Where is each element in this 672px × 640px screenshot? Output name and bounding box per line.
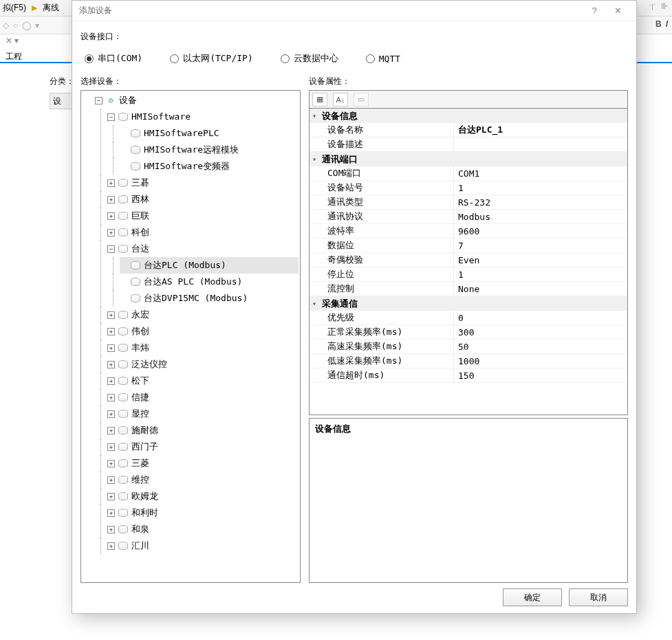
propgrid-row[interactable]: COM端口COM1	[310, 166, 627, 181]
radio-ethernet[interactable]: 以太网(TCP/IP)	[170, 52, 253, 65]
tree-leaf[interactable]: 台达DVP15MC (Modbus)	[120, 290, 299, 307]
tree-node[interactable]: +显控	[107, 406, 299, 422]
tree-toggle-icon[interactable]: +	[107, 443, 115, 451]
propgrid-value[interactable]: 150	[454, 368, 627, 383]
tree-toggle-icon[interactable]: +	[107, 229, 115, 236]
tree-toggle-icon[interactable]: +	[107, 493, 115, 500]
tree-node[interactable]: +科创	[107, 224, 299, 241]
tree-toggle-icon[interactable]: +	[107, 196, 115, 203]
radio-cloud[interactable]: 云数据中心	[281, 52, 338, 65]
tree-toggle-icon[interactable]: +	[107, 311, 115, 319]
tree-node[interactable]: +和泉	[107, 521, 299, 538]
tree-node[interactable]: +三碁	[107, 175, 299, 191]
propgrid-value[interactable]: 1	[454, 181, 627, 195]
tree-node[interactable]: +松下	[107, 373, 299, 389]
tree-node[interactable]: +三菱	[107, 455, 299, 472]
help-button[interactable]: ?	[583, 3, 606, 19]
tree-node[interactable]: +信捷	[107, 389, 299, 406]
propgrid-value[interactable]: 台达PLC_1	[454, 123, 627, 137]
tree-node[interactable]: +巨联	[107, 208, 299, 224]
propgrid-value[interactable]: 1000	[454, 354, 627, 368]
propgrid-row[interactable]: 正常采集频率(ms)300	[310, 325, 627, 340]
tree-toggle-icon[interactable]: +	[107, 526, 115, 533]
propgrid-value[interactable]: 7	[454, 239, 627, 253]
tree-toggle-icon[interactable]: +	[107, 212, 115, 220]
tree-toggle-icon[interactable]: +	[107, 410, 115, 418]
tree-toggle-icon[interactable]: +	[107, 377, 115, 385]
propgrid-value[interactable]: Modbus	[454, 210, 627, 224]
tree-node-taida[interactable]: −台达	[107, 241, 299, 257]
propgrid-value[interactable]: RS-232	[454, 195, 627, 210]
propgrid-row[interactable]: 波特率9600	[310, 224, 627, 239]
propgrid-row[interactable]: 高速采集频率(ms)50	[310, 340, 627, 354]
tree-node[interactable]: +施耐德	[107, 422, 299, 439]
propgrid-value[interactable]: COM1	[454, 166, 627, 181]
tree-toggle-icon[interactable]: −	[107, 113, 115, 121]
device-tree[interactable]: −⚙设备−HMISoftwareHMISoftwarePLCHMISoftwar…	[80, 90, 301, 583]
property-grid[interactable]: ▾设备信息设备名称台达PLC_1设备描述▾通讯端口COM端口COM1设备站号1通…	[309, 108, 628, 415]
propgrid-row[interactable]: 流控制None	[310, 282, 627, 296]
propgrid-value[interactable]	[454, 137, 627, 152]
propgrid-row[interactable]: 数据位7	[310, 239, 627, 253]
tree-node[interactable]: +和利时	[107, 505, 299, 521]
tree-toggle-icon[interactable]: −	[107, 245, 115, 253]
propgrid-row[interactable]: 通信超时(ms)150	[310, 368, 627, 383]
tree-toggle-icon[interactable]: +	[107, 344, 115, 352]
tree-toggle-icon[interactable]: +	[107, 394, 115, 401]
propgrid-value[interactable]: 0	[454, 311, 627, 325]
propgrid-row[interactable]: 设备名称台达PLC_1	[310, 123, 627, 137]
propgrid-category[interactable]: ▾通讯端口	[310, 152, 627, 166]
tree-toggle-icon[interactable]: +	[107, 476, 115, 484]
tree-toggle-icon[interactable]: +	[107, 542, 115, 550]
propgrid-value[interactable]: None	[454, 282, 627, 296]
propgrid-category[interactable]: ▾设备信息	[310, 109, 627, 123]
categorize-button[interactable]: ▦	[312, 93, 327, 107]
tree-leaf[interactable]: HMISoftware变频器	[120, 158, 299, 175]
tree-leaf[interactable]: 台达PLC (Modbus)	[120, 257, 299, 274]
close-button[interactable]: ✕	[606, 3, 629, 19]
ok-button[interactable]: 确定	[503, 588, 562, 606]
propgrid-row[interactable]: 停止位1	[310, 267, 627, 282]
tree-toggle-icon[interactable]: +	[107, 361, 115, 368]
sort-az-button[interactable]: A↓	[333, 93, 348, 107]
propgrid-row[interactable]: 设备站号1	[310, 181, 627, 195]
propgrid-value[interactable]: 300	[454, 325, 627, 340]
propgrid-row[interactable]: 低速采集频率(ms)1000	[310, 354, 627, 368]
tree-toggle-icon[interactable]: +	[107, 328, 115, 335]
propgrid-pages-button[interactable]: ▭	[354, 93, 369, 107]
cancel-button[interactable]: 取消	[569, 588, 628, 606]
propgrid-value[interactable]: 1	[454, 267, 627, 282]
database-icon	[118, 311, 128, 319]
tree-node[interactable]: +西门子	[107, 439, 299, 455]
radio-mqtt[interactable]: MQTT	[366, 54, 400, 64]
tree-node[interactable]: +永宏	[107, 307, 299, 323]
propgrid-row[interactable]: 通讯协议Modbus	[310, 210, 627, 224]
propgrid-row[interactable]: 优先级0	[310, 311, 627, 325]
propgrid-row[interactable]: 通讯类型RS-232	[310, 195, 627, 210]
tree-node[interactable]: +丰炜	[107, 340, 299, 356]
tree-node[interactable]: +伟创	[107, 323, 299, 340]
tree-node[interactable]: +汇川	[107, 538, 299, 554]
tree-node[interactable]: +维控	[107, 472, 299, 488]
tree-toggle-icon[interactable]: +	[107, 460, 115, 467]
propgrid-value[interactable]: Even	[454, 253, 627, 267]
tree-root-node[interactable]: −⚙设备	[95, 92, 299, 109]
propgrid-value[interactable]: 9600	[454, 224, 627, 239]
tree-leaf[interactable]: HMISoftwarePLC	[120, 125, 299, 142]
tree-node[interactable]: +西林	[107, 191, 299, 208]
propgrid-category[interactable]: ▾采集通信	[310, 296, 627, 311]
tree-toggle-icon[interactable]: +	[107, 427, 115, 434]
tree-node[interactable]: +泛达仪控	[107, 356, 299, 373]
propgrid-value[interactable]: 50	[454, 340, 627, 354]
database-icon	[131, 261, 140, 269]
tree-node[interactable]: +欧姆龙	[107, 488, 299, 505]
propgrid-row[interactable]: 设备描述	[310, 137, 627, 152]
tree-leaf[interactable]: HMISoftware远程模块	[120, 142, 299, 158]
tree-toggle-icon[interactable]: +	[107, 179, 115, 187]
tree-node-hmi[interactable]: −HMISoftware	[107, 109, 299, 125]
propgrid-row[interactable]: 奇偶校验Even	[310, 253, 627, 267]
tree-toggle-icon[interactable]: −	[95, 97, 102, 104]
radio-com[interactable]: 串口(COM)	[85, 52, 142, 65]
tree-leaf[interactable]: 台达AS PLC (Modbus)	[120, 274, 299, 290]
tree-toggle-icon[interactable]: +	[107, 509, 115, 517]
